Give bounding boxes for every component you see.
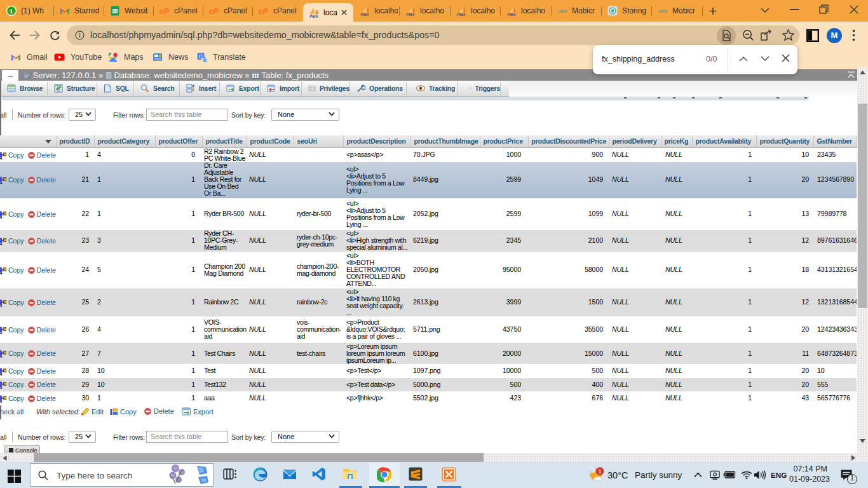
svg-text:PMA: PMA <box>360 13 369 16</box>
svg-text:cP: cP <box>209 7 219 16</box>
svg-text:PMA: PMA <box>457 13 465 16</box>
svg-text:LOGO: LOGO <box>658 10 667 13</box>
svg-text:cP: cP <box>159 7 169 16</box>
svg-text:PMA: PMA <box>507 13 515 16</box>
svg-text:PMA: PMA <box>309 15 318 18</box>
svg-text:LOGO: LOGO <box>558 10 567 13</box>
svg-text:PMA: PMA <box>406 13 414 16</box>
svg-text:cP: cP <box>259 7 268 16</box>
svg-text:1: 1 <box>10 8 13 15</box>
svg-text:1: 1 <box>599 468 602 475</box>
